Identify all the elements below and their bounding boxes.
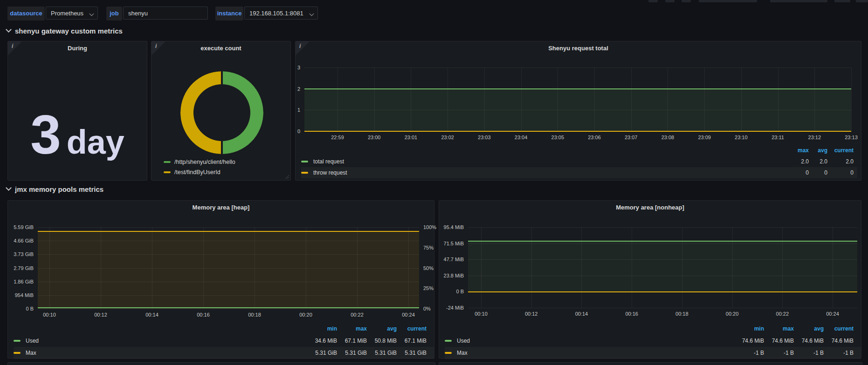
y-axis-label: 954 MiB [15, 292, 34, 298]
x-gridline [408, 227, 409, 309]
row-header-shenyu-gateway[interactable]: shenyu gateway custom metrics [7, 27, 123, 35]
legend-row: Used 34.6 MiB 67.1 MiB 50.8 MiB 67.1 MiB [14, 335, 434, 347]
legend-row: Max 5.31 GiB 5.31 GiB 5.31 GiB 5.31 GiB [14, 347, 434, 359]
x-gridline [338, 68, 338, 131]
used-line [468, 241, 857, 242]
row-title: jmx memory pools metrics [15, 185, 103, 193]
series-label: /http/shenyu/client/hello [174, 159, 235, 165]
y-axis-label: 1 [297, 107, 300, 113]
stat-col-max: max [788, 147, 809, 154]
instance-value: 192.168.105.1:8081 [249, 10, 303, 17]
y-axis-label: 50% [423, 265, 434, 271]
time-series-plot[interactable]: 3210 22:5923:0023:0123:0223:0323:0423:05… [304, 68, 851, 131]
stat-value: 5.31 GiB [397, 350, 427, 356]
stat-col-current: current [827, 147, 854, 154]
panel-execute-count: i execute count /http/shenyu/client/hell… [151, 41, 291, 181]
x-gridline [632, 227, 632, 308]
instance-variable-label: instance [215, 7, 243, 20]
legend-row: Used 74.6 MiB 74.6 MiB 74.6 MiB 74.6 MiB [445, 335, 861, 347]
row-title: shenyu gateway custom metrics [15, 27, 123, 35]
x-axis-label: 23:11 [772, 135, 784, 140]
x-gridline [411, 68, 411, 131]
x-gridline [682, 227, 682, 308]
y-axis-label: 75% [423, 245, 434, 250]
panel-title[interactable]: During [8, 45, 147, 52]
cropped-panel [439, 362, 862, 365]
x-gridline [49, 227, 50, 309]
donut-chart [180, 71, 263, 154]
x-axis-label: 00:10 [43, 312, 56, 318]
legend-row: Max -1 B -1 B -1 B -1 B [445, 347, 861, 359]
chevron-down-icon [90, 12, 94, 16]
x-gridline [152, 227, 152, 309]
x-axis-label: 23:13 [845, 135, 858, 140]
x-axis-label: 00:16 [625, 311, 638, 317]
instance-select[interactable]: 192.168.105.1:8081 [244, 7, 318, 20]
panel-request-total: i Shenyu request total 3210 22:5923:0023… [295, 41, 861, 181]
panel-title[interactable]: Memory area [heap] [8, 204, 434, 211]
stat-col-avg: avg [809, 147, 827, 154]
panel-resize-handle[interactable] [284, 174, 289, 179]
total-request-line [304, 88, 851, 89]
datasource-value: Prometheus [51, 10, 83, 17]
panel-title[interactable]: execute count [152, 45, 290, 52]
y-axis-label: 3.73 GiB [14, 251, 34, 257]
x-axis-label: 00:24 [826, 311, 839, 317]
series-label[interactable]: throw request [313, 169, 788, 176]
panel-memory-nonheap: Memory area [nonheap] 95.4 MiB71.5 MiB47… [439, 200, 861, 358]
stat-value: -1 B [794, 350, 824, 356]
panel-during: i During 3 day [7, 41, 147, 181]
series-label[interactable]: total request [313, 158, 788, 165]
legend-header-row: min max avg current [445, 323, 861, 335]
row-header-jmx-memory[interactable]: jmx memory pools metrics [7, 185, 103, 193]
stat-value: 2.0 [788, 158, 809, 165]
stat-col-min: min [307, 325, 337, 332]
legend-header-row: min max avg current [14, 323, 434, 335]
legend-item[interactable]: /test/findByUserId [164, 167, 235, 177]
x-gridline [814, 68, 815, 131]
stat-col-min: min [734, 325, 764, 332]
cropped-toolbar-item [665, 0, 675, 2]
series-label[interactable]: Used [26, 338, 307, 344]
x-axis: 00:1000:1200:1400:1600:1800:2000:2200:24 [49, 227, 408, 309]
legend-item[interactable]: /http/shenyu/client/hello [164, 157, 235, 167]
x-axis: 00:1000:1200:1400:1600:1800:2000:2200:24 [481, 227, 833, 308]
x-gridline [521, 68, 522, 131]
stat-value: 5.31 GiB [337, 350, 367, 356]
y-axis-label: 71.5 MiB [444, 241, 464, 246]
stat-value: 0 [788, 169, 809, 176]
panel-title[interactable]: Memory area [nonheap] [439, 204, 861, 211]
datasource-select[interactable]: Prometheus [46, 7, 98, 20]
y-axis-label: 2.79 GiB [14, 265, 34, 271]
job-input[interactable] [123, 7, 208, 20]
legend-table: min max avg current Used 74.6 MiB 74.6 M… [445, 323, 861, 359]
time-series-plot[interactable]: 95.4 MiB71.5 MiB47.7 MiB23.8 MiB0 B-24 M… [468, 227, 857, 308]
series-label[interactable]: Max [457, 350, 734, 356]
legend-row: throw request 0 0 0 [301, 167, 857, 178]
panel-title[interactable]: Shenyu request total [296, 45, 861, 52]
series-swatch [445, 340, 452, 342]
legend-table: max avg current total request 2.0 2.0 2.… [301, 145, 857, 178]
y-axis-label: 5.59 GiB [14, 224, 34, 230]
series-swatch [14, 340, 21, 342]
x-gridline [668, 68, 668, 131]
x-axis-label: 23:02 [441, 135, 454, 140]
y-axis-label: 23.8 MiB [444, 273, 464, 278]
x-axis-label: 00:22 [351, 312, 364, 318]
x-gridline [594, 68, 595, 131]
time-series-plot[interactable]: 5.59 GiB4.66 GiB3.73 GiB2.79 GiB1.86 GiB… [38, 227, 419, 309]
series-label[interactable]: Max [26, 350, 307, 356]
x-axis-label: 23:03 [478, 135, 491, 140]
y-axis-label: 25% [423, 285, 434, 291]
stat-col-max: max [337, 325, 367, 332]
series-label[interactable]: Used [457, 338, 734, 344]
x-axis-label: 23:12 [808, 135, 821, 140]
stat-unit: day [67, 123, 124, 161]
x-axis-label: 23:06 [588, 135, 601, 140]
x-gridline [782, 227, 783, 308]
x-axis: 22:5923:0023:0123:0223:0323:0423:0523:06… [338, 68, 851, 131]
x-axis-label: 00:22 [776, 311, 789, 317]
x-axis-label: 23:09 [698, 135, 711, 140]
cropped-toolbar-item [770, 0, 827, 2]
x-axis-label: 23:01 [405, 135, 418, 140]
